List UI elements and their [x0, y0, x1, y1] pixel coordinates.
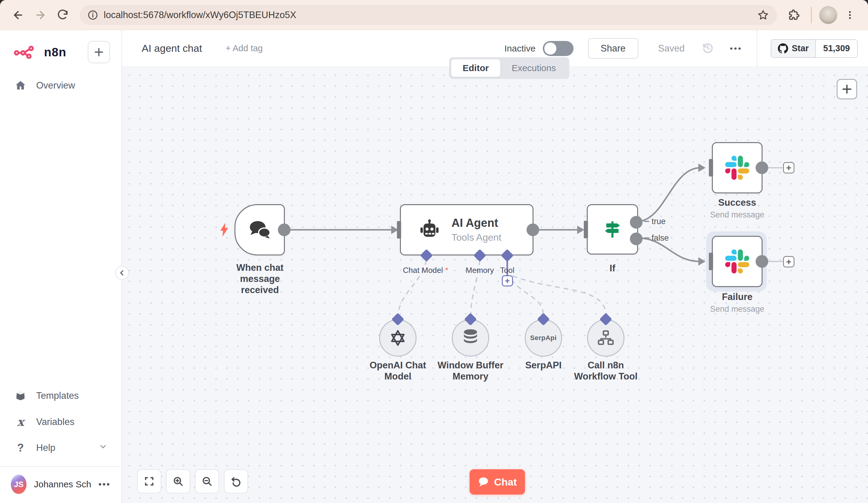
url-text: localhost:5678/workflow/xWy6Oj5TBEUHzo5X	[104, 10, 296, 20]
node-sublabel: Send message	[704, 210, 770, 220]
bookmark-star-icon[interactable]	[757, 9, 769, 21]
saved-status: Saved	[658, 43, 685, 54]
github-icon	[778, 43, 788, 54]
github-star-widget[interactable]: Star 51,309	[771, 39, 858, 58]
chat-bubble-icon	[478, 477, 489, 487]
node-label-trigger: When chat message received	[221, 262, 298, 296]
active-status-label: Inactive	[504, 43, 535, 54]
n8n-app: n8n Overview Templates	[0, 30, 868, 503]
tab-editor[interactable]: Editor	[451, 59, 500, 77]
sidebar-item-label: Templates	[36, 390, 79, 401]
add-tag-button[interactable]: + Add tag	[225, 43, 262, 53]
back-button[interactable]	[8, 6, 28, 25]
brand-name: n8n	[44, 45, 66, 59]
add-node-after-failure[interactable]: +	[783, 256, 794, 268]
templates-box-icon	[14, 390, 27, 402]
add-tool-button[interactable]: +	[502, 275, 513, 286]
user-name: Johannes Schn...	[34, 479, 91, 490]
avatar: JS	[11, 475, 27, 494]
node-ai-agent[interactable]: AI Agent Tools Agent	[400, 204, 534, 255]
home-icon	[14, 80, 27, 92]
sidebar-collapse-button[interactable]	[115, 266, 129, 280]
node-label-if: If	[587, 263, 638, 274]
node-label-buffer-memory: Window Buffer Memory	[434, 360, 507, 382]
serpapi-logo: SerpApi	[530, 334, 557, 342]
reset-zoom-button[interactable]	[224, 469, 248, 493]
user-menu[interactable]: JS Johannes Schn... •••	[0, 466, 122, 503]
output-connector[interactable]	[756, 161, 768, 174]
node-failure[interactable]	[712, 236, 763, 287]
github-star-count[interactable]: 51,309	[816, 40, 857, 57]
toolbar-divider	[811, 7, 812, 23]
chevron-down-icon	[99, 442, 107, 454]
slack-icon	[725, 249, 749, 273]
sidebar-item-overview[interactable]: Overview	[0, 72, 122, 99]
zoom-out-button[interactable]	[195, 469, 219, 493]
reload-button[interactable]	[53, 6, 72, 25]
chat-button[interactable]: Chat	[469, 469, 525, 495]
add-node-button[interactable]	[837, 79, 857, 99]
node-when-chat-message-received[interactable]	[235, 204, 285, 255]
chat-trigger-icon	[247, 219, 272, 240]
output-connector[interactable]	[527, 223, 539, 236]
connector-label-chat-model: Chat Model *	[403, 266, 448, 275]
github-star-label: Star	[792, 43, 809, 53]
help-question-icon: ?	[14, 442, 27, 453]
variables-x-icon: x	[14, 416, 27, 428]
active-toggle[interactable]	[543, 41, 574, 56]
slack-icon	[725, 156, 749, 180]
robot-icon	[418, 219, 441, 241]
browser-toolbar: localhost:5678/workflow/xWy6Oj5TBEUHzo5X	[0, 0, 868, 30]
zoom-in-button[interactable]	[166, 469, 190, 493]
output-connector[interactable]	[278, 223, 291, 236]
view-tabs: Editor Executions	[449, 57, 569, 79]
user-options-icon[interactable]: •••	[98, 479, 111, 490]
output-false[interactable]	[630, 232, 643, 245]
input-connector	[709, 253, 713, 270]
sitemap-icon	[597, 330, 614, 346]
workflow-menu-icon[interactable]: •••	[730, 44, 742, 53]
main-panel: AI agent chat + Add tag Inactive Share S…	[122, 30, 868, 503]
if-signpost-icon	[601, 219, 623, 240]
node-label-success: Success Send message	[704, 197, 770, 220]
node-label-openai: OpenAI Chat Model	[365, 360, 431, 382]
input-connector	[709, 159, 713, 177]
input-connector	[584, 221, 588, 238]
add-node-after-success[interactable]: +	[783, 162, 794, 174]
tab-executions[interactable]: Executions	[500, 59, 568, 77]
sidebar-item-variables[interactable]: x Variables	[0, 409, 122, 435]
output-connector[interactable]	[756, 255, 768, 268]
database-icon	[462, 329, 479, 347]
chat-button-label: Chat	[494, 476, 517, 488]
share-button[interactable]: Share	[588, 38, 638, 59]
forward-button[interactable]	[31, 6, 50, 25]
header-divider	[757, 30, 757, 67]
node-success[interactable]	[712, 142, 763, 193]
output-true[interactable]	[630, 216, 643, 229]
connector-label-tool: Tool	[500, 266, 515, 275]
site-info-icon[interactable]	[87, 10, 98, 20]
node-if[interactable]	[587, 204, 638, 254]
sidebar-item-label: Help	[36, 442, 55, 453]
input-connector	[397, 221, 401, 239]
workflow-title[interactable]: AI agent chat	[142, 42, 202, 54]
sidebar-item-help[interactable]: ? Help	[0, 435, 122, 461]
output-label-true: true	[652, 217, 666, 226]
sidebar-item-label: Overview	[36, 80, 75, 91]
sidebar-item-templates[interactable]: Templates	[0, 383, 122, 409]
agent-title: AI Agent	[452, 217, 501, 230]
canvas-controls	[137, 469, 248, 493]
github-star-button[interactable]: Star	[771, 40, 816, 57]
extensions-icon[interactable]	[784, 6, 804, 25]
workflow-canvas[interactable]: When chat message received	[122, 67, 868, 503]
fit-view-button[interactable]	[137, 469, 161, 493]
new-workflow-button[interactable]	[88, 41, 110, 63]
browser-menu-icon[interactable]	[840, 6, 860, 25]
n8n-logo[interactable]: n8n	[14, 45, 66, 59]
browser-profile-avatar[interactable]	[819, 6, 837, 24]
address-bar[interactable]: localhost:5678/workflow/xWy6Oj5TBEUHzo5X	[80, 5, 777, 25]
sidebar: n8n Overview Templates	[0, 30, 122, 503]
agent-subtitle: Tools Agent	[452, 232, 501, 243]
browser-window: localhost:5678/workflow/xWy6Oj5TBEUHzo5X	[0, 0, 868, 503]
sidebar-item-label: Variables	[36, 417, 74, 427]
